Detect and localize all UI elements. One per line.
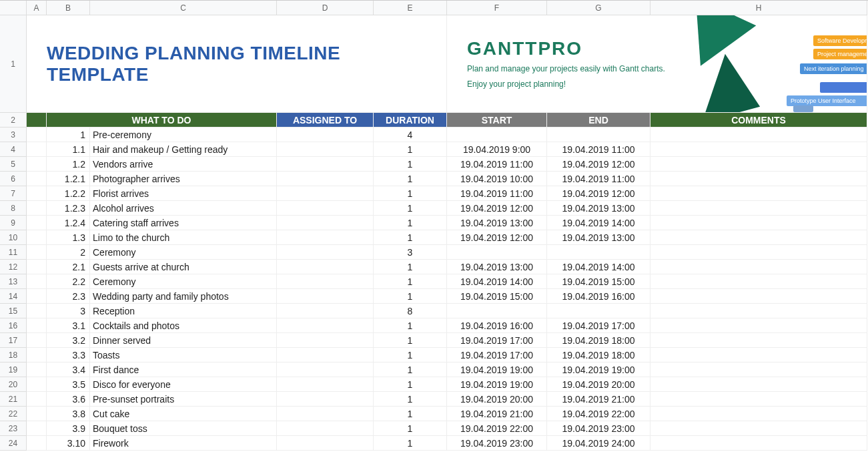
cell-end[interactable]: 19.04.2019 21:00	[547, 392, 650, 407]
cell-task-number[interactable]: 1.1	[47, 142, 90, 157]
cell-start[interactable]: 19.04.2019 17:00	[447, 333, 547, 348]
col-header-B[interactable]: B	[47, 1, 90, 15]
cell-assigned[interactable]	[277, 172, 374, 186]
cell-comments[interactable]	[650, 377, 867, 392]
cell-task-name[interactable]: Ceremony	[90, 245, 277, 260]
cell-comments[interactable]	[650, 216, 867, 230]
cell-start[interactable]: 19.04.2019 13:00	[447, 216, 547, 230]
cell-blank[interactable]	[27, 289, 47, 304]
cell-duration[interactable]: 1	[374, 157, 447, 172]
cell-comments[interactable]	[650, 407, 867, 421]
cell-task-number[interactable]: 2.3	[47, 289, 90, 304]
cell-duration[interactable]: 1	[374, 216, 447, 230]
cell-duration[interactable]: 1	[374, 421, 447, 436]
cell-task-name[interactable]: Photographer arrives	[90, 172, 277, 186]
cell-start[interactable]: 19.04.2019 21:00	[447, 407, 547, 421]
cell-assigned[interactable]	[277, 318, 374, 333]
cell-duration[interactable]: 1	[374, 274, 447, 289]
cell-start[interactable]: 19.04.2019 20:00	[447, 392, 547, 407]
cell-task-name[interactable]: Pre-ceremony	[90, 128, 277, 142]
select-all-corner[interactable]	[0, 1, 27, 15]
cell-duration[interactable]: 1	[374, 333, 447, 348]
cell-assigned[interactable]	[277, 421, 374, 436]
cell-task-number[interactable]: 1	[47, 128, 90, 142]
cell-comments[interactable]	[650, 318, 867, 333]
row-header-21[interactable]: 21	[0, 392, 27, 407]
row-header-6[interactable]: 6	[0, 172, 27, 186]
cell-assigned[interactable]	[277, 348, 374, 363]
col-header-A[interactable]: A	[27, 1, 47, 15]
cell-comments[interactable]	[650, 142, 867, 157]
row-header-24[interactable]: 24	[0, 436, 27, 451]
cell-duration[interactable]: 1	[374, 348, 447, 363]
cell-task-name[interactable]: Wedding party and family photos	[90, 289, 277, 304]
cell-blank[interactable]	[27, 363, 47, 377]
cell-blank[interactable]	[27, 407, 47, 421]
row-header-10[interactable]: 10	[0, 230, 27, 245]
cell-duration[interactable]: 1	[374, 142, 447, 157]
cell-comments[interactable]	[650, 289, 867, 304]
cell-blank[interactable]	[27, 318, 47, 333]
cell-assigned[interactable]	[277, 186, 374, 201]
cell-task-number[interactable]: 1.2.3	[47, 201, 90, 216]
cell-assigned[interactable]	[277, 304, 374, 318]
cell-end[interactable]: 19.04.2019 22:00	[547, 407, 650, 421]
cell-task-number[interactable]: 3.1	[47, 318, 90, 333]
cell-task-name[interactable]: Ceremony	[90, 274, 277, 289]
cell-task-number[interactable]: 1.3	[47, 230, 90, 245]
cell-task-name[interactable]: Cut cake	[90, 407, 277, 421]
cell-duration[interactable]: 1	[374, 377, 447, 392]
cell-assigned[interactable]	[277, 289, 374, 304]
cell-comments[interactable]	[650, 348, 867, 363]
header-end[interactable]: END	[547, 113, 650, 128]
cell-start[interactable]: 19.04.2019 9:00	[447, 142, 547, 157]
cell-assigned[interactable]	[277, 230, 374, 245]
cell-assigned[interactable]	[277, 407, 374, 421]
row-header-16[interactable]: 16	[0, 318, 27, 333]
cell-assigned[interactable]	[277, 201, 374, 216]
cell-task-number[interactable]: 3.4	[47, 363, 90, 377]
cell-assigned[interactable]	[277, 216, 374, 230]
header-duration[interactable]: DURATION	[374, 113, 447, 128]
cell-blank[interactable]	[27, 128, 47, 142]
cell-start[interactable]	[447, 304, 547, 318]
header-start[interactable]: START	[447, 113, 547, 128]
cell-task-number[interactable]: 2	[47, 245, 90, 260]
cell-end[interactable]: 19.04.2019 14:00	[547, 216, 650, 230]
cell-blank[interactable]	[27, 230, 47, 245]
row-header-4[interactable]: 4	[0, 142, 27, 157]
cell-duration[interactable]: 1	[374, 260, 447, 274]
cell-comments[interactable]	[650, 333, 867, 348]
cell-assigned[interactable]	[277, 142, 374, 157]
cell-duration[interactable]: 1	[374, 230, 447, 245]
cell-end[interactable]: 19.04.2019 11:00	[547, 142, 650, 157]
cell-comments[interactable]	[650, 230, 867, 245]
cell-assigned[interactable]	[277, 274, 374, 289]
cell-task-name[interactable]: Reception	[90, 304, 277, 318]
cell-task-number[interactable]: 1.2	[47, 157, 90, 172]
cell-start[interactable]: 19.04.2019 12:00	[447, 201, 547, 216]
cell-comments[interactable]	[650, 157, 867, 172]
cell-end[interactable]	[547, 245, 650, 260]
cell-task-number[interactable]: 3.10	[47, 436, 90, 451]
row-header-23[interactable]: 23	[0, 421, 27, 436]
cell-comments[interactable]	[650, 304, 867, 318]
cell-task-name[interactable]: Limo to the church	[90, 230, 277, 245]
cell-comments[interactable]	[650, 128, 867, 142]
col-header-C[interactable]: C	[90, 1, 277, 15]
col-header-E[interactable]: E	[374, 1, 447, 15]
cell-start[interactable]: 19.04.2019 23:00	[447, 436, 547, 451]
cell-task-name[interactable]: Pre-sunset portraits	[90, 392, 277, 407]
row-header-1[interactable]: 1	[0, 15, 27, 113]
row-header-13[interactable]: 13	[0, 274, 27, 289]
cell-assigned[interactable]	[277, 333, 374, 348]
cell-end[interactable]: 19.04.2019 13:00	[547, 201, 650, 216]
cell-duration[interactable]: 1	[374, 436, 447, 451]
cell-comments[interactable]	[650, 186, 867, 201]
cell-end[interactable]: 19.04.2019 23:00	[547, 421, 650, 436]
cell-comments[interactable]	[650, 260, 867, 274]
cell-task-number[interactable]: 1.2.4	[47, 216, 90, 230]
cell-comments[interactable]	[650, 172, 867, 186]
cell-end[interactable]: 19.04.2019 13:00	[547, 230, 650, 245]
cell-task-name[interactable]: Alcohol arrives	[90, 201, 277, 216]
